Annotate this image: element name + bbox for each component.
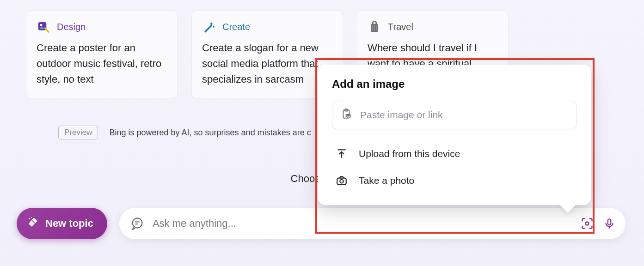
take-photo-label: Take a photo bbox=[359, 175, 414, 186]
wand-icon bbox=[202, 20, 216, 34]
card-category-label: Travel bbox=[388, 22, 413, 32]
svg-point-10 bbox=[132, 218, 142, 228]
svg-point-8 bbox=[29, 218, 30, 219]
disclaimer-text: Bing is powered by AI, so surprises and … bbox=[109, 128, 311, 138]
broom-icon bbox=[27, 216, 39, 231]
suggestion-card-design[interactable]: Design Create a poster for an outdoor mu… bbox=[26, 10, 178, 99]
add-image-popover: Add an image Upload from this device Tak… bbox=[318, 65, 591, 205]
svg-rect-20 bbox=[337, 178, 346, 185]
svg-point-18 bbox=[347, 115, 348, 116]
new-topic-button[interactable]: New topic bbox=[17, 208, 107, 239]
paste-image-field-wrap[interactable] bbox=[332, 101, 577, 129]
card-prompt-text: Create a poster for an outdoor music fes… bbox=[37, 40, 167, 87]
bottom-bar: New topic bbox=[17, 208, 626, 239]
card-category-label: Design bbox=[57, 22, 86, 32]
ask-input[interactable] bbox=[153, 218, 572, 230]
new-topic-label: New topic bbox=[45, 218, 93, 230]
luggage-icon bbox=[368, 20, 381, 34]
design-icon bbox=[37, 20, 50, 34]
clipboard-image-icon bbox=[341, 108, 353, 122]
image-search-icon[interactable] bbox=[580, 217, 594, 230]
camera-icon bbox=[335, 174, 349, 187]
upload-from-device-option[interactable]: Upload from this device bbox=[332, 140, 577, 167]
svg-rect-4 bbox=[373, 22, 376, 24]
take-photo-option[interactable]: Take a photo bbox=[332, 167, 577, 194]
svg-point-2 bbox=[213, 26, 215, 28]
svg-point-9 bbox=[31, 217, 32, 218]
preview-badge: Preview bbox=[58, 126, 98, 139]
card-category-label: Create bbox=[222, 22, 250, 32]
chat-icon bbox=[130, 217, 144, 230]
card-prompt-text: Create a slogan for a new social media p… bbox=[202, 40, 332, 87]
svg-point-1 bbox=[40, 24, 43, 26]
svg-rect-14 bbox=[608, 219, 611, 225]
upload-label: Upload from this device bbox=[359, 148, 460, 159]
upload-icon bbox=[335, 147, 349, 161]
popover-title: Add an image bbox=[332, 78, 577, 91]
paste-image-input[interactable] bbox=[360, 109, 568, 121]
ask-bar bbox=[119, 208, 626, 239]
svg-point-13 bbox=[586, 222, 589, 225]
svg-point-21 bbox=[340, 180, 343, 183]
microphone-icon[interactable] bbox=[602, 217, 616, 230]
